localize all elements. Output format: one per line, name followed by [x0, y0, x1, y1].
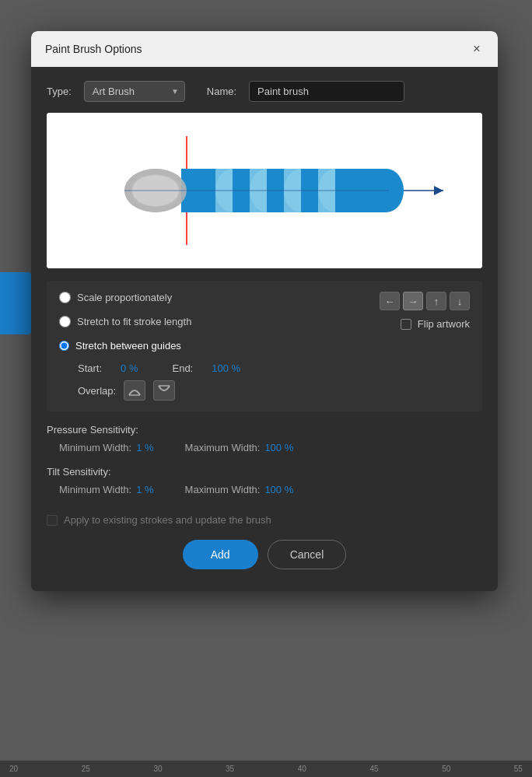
end-value: 100 %	[212, 362, 240, 374]
tilt-min-item: Minimum Width: 1 %	[59, 484, 154, 495]
cancel-button[interactable]: Cancel	[268, 540, 347, 569]
stretch-radio-row: Stretch to fit stroke length	[59, 316, 240, 327]
name-input[interactable]	[249, 81, 404, 102]
overlap-concave-btn[interactable]	[124, 380, 145, 401]
brush-preview-area	[47, 113, 482, 268]
ruler-mark-25: 25	[82, 765, 90, 773]
overlap-label: Overlap:	[78, 385, 116, 397]
ruler-mark-50: 50	[442, 765, 450, 773]
type-select-wrapper[interactable]: Art Brush	[84, 81, 185, 102]
ruler-numbers: 20 25 30 35 40 45 50 55	[9, 765, 523, 773]
bottom-ruler: 20 25 30 35 40 45 50 55	[0, 760, 532, 777]
stretch-radio[interactable]	[59, 316, 71, 327]
brush-preview-svg	[47, 113, 482, 268]
apply-checkbox[interactable]	[47, 515, 58, 526]
concave-icon	[128, 384, 142, 397]
guides-detail: Start: 0 % End: 100 % Overlap:	[59, 362, 240, 401]
guides-label[interactable]: Stretch between guides	[75, 340, 181, 352]
pressure-max-item: Maximum Width: 100 %	[185, 442, 294, 453]
flip-checkbox[interactable]	[401, 319, 411, 330]
tilt-row: Minimum Width: 1 % Maximum Width: 100 %	[47, 484, 482, 495]
tilt-max-label: Maximum Width:	[185, 484, 261, 495]
start-end-row: Start: 0 % End: 100 %	[78, 362, 240, 374]
dialog-titlebar: Paint Brush Options ×	[31, 31, 498, 67]
options-right: ← → ↑ ↓ Flip artwork	[380, 292, 470, 330]
overlap-convex-btn[interactable]	[153, 380, 175, 401]
guides-radio[interactable]	[59, 341, 69, 351]
dialog-body: Type: Art Brush Name:	[31, 67, 498, 591]
convex-icon	[157, 384, 171, 397]
tilt-min-value: 1 %	[136, 484, 153, 495]
type-select[interactable]: Art Brush	[84, 81, 185, 102]
pressure-min-item: Minimum Width: 1 %	[59, 442, 154, 453]
type-name-row: Type: Art Brush Name:	[47, 81, 482, 102]
tilt-max-item: Maximum Width: 100 %	[185, 484, 294, 495]
action-row: Add Cancel	[47, 540, 482, 577]
tilt-title: Tilt Sensitivity:	[47, 466, 482, 478]
direction-arrows: ← → ↑ ↓	[380, 292, 470, 310]
add-button[interactable]: Add	[183, 540, 258, 569]
pressure-min-label: Minimum Width:	[59, 442, 131, 453]
ruler-mark-40: 40	[298, 765, 306, 773]
scale-radio-row: Scale proportionately	[59, 292, 240, 303]
apply-row: Apply to existing strokes and update the…	[47, 514, 482, 526]
pressure-title: Pressure Sensitivity:	[47, 424, 482, 436]
ruler-mark-35: 35	[226, 765, 234, 773]
options-left: Scale proportionately Stretch to fit str…	[59, 292, 240, 401]
arrow-left-btn[interactable]: ←	[380, 292, 400, 310]
pressure-max-value: 100 %	[264, 442, 293, 453]
pressure-sensitivity-section: Pressure Sensitivity: Minimum Width: 1 %…	[47, 424, 482, 466]
ruler-mark-20: 20	[9, 765, 18, 773]
type-label: Type:	[47, 86, 72, 97]
apply-label[interactable]: Apply to existing strokes and update the…	[64, 514, 271, 526]
ruler-mark-45: 45	[369, 765, 378, 773]
flip-label[interactable]: Flip artwork	[418, 318, 470, 330]
start-label: Start:	[78, 362, 102, 374]
scale-radio[interactable]	[59, 292, 71, 303]
options-inner: Scale proportionately Stretch to fit str…	[59, 292, 470, 401]
flip-row: Flip artwork	[401, 318, 470, 330]
pressure-row: Minimum Width: 1 % Maximum Width: 100 %	[47, 442, 482, 453]
dialog-title: Paint Brush Options	[45, 43, 142, 55]
start-value: 0 %	[121, 362, 138, 374]
overlap-row: Overlap:	[78, 380, 240, 401]
tilt-min-label: Minimum Width:	[59, 484, 131, 495]
scale-label[interactable]: Scale proportionately	[77, 292, 172, 303]
side-panel	[0, 272, 31, 334]
arrow-down-btn[interactable]: ↓	[450, 292, 470, 310]
options-section: Scale proportionately Stretch to fit str…	[47, 281, 482, 411]
ruler-mark-55: 55	[514, 765, 523, 773]
ruler-mark-30: 30	[153, 765, 162, 773]
arrow-right-btn[interactable]: →	[403, 292, 423, 310]
pressure-min-value: 1 %	[136, 442, 153, 453]
pressure-max-label: Maximum Width:	[185, 442, 261, 453]
arrow-up-btn[interactable]: ↑	[426, 292, 446, 310]
tilt-sensitivity-section: Tilt Sensitivity: Minimum Width: 1 % Max…	[47, 466, 482, 508]
name-label: Name:	[207, 86, 236, 97]
tilt-max-value: 100 %	[264, 484, 293, 495]
stretch-label[interactable]: Stretch to fit stroke length	[77, 316, 191, 327]
stretch-guides-row: Stretch between guides	[59, 340, 240, 352]
close-button[interactable]: ×	[470, 42, 484, 56]
end-label: End:	[172, 362, 193, 374]
paint-brush-dialog: Paint Brush Options × Type: Art Brush Na…	[31, 31, 498, 591]
